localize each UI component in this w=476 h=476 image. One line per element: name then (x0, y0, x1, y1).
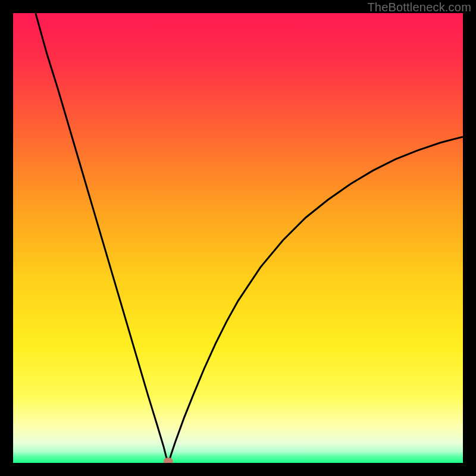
chart-frame: TheBottleneck.com (0, 0, 476, 476)
bottleneck-chart-svg (13, 13, 463, 463)
plot-area (13, 13, 463, 463)
gradient-background (13, 13, 463, 463)
watermark-text: TheBottleneck.com (367, 1, 471, 14)
